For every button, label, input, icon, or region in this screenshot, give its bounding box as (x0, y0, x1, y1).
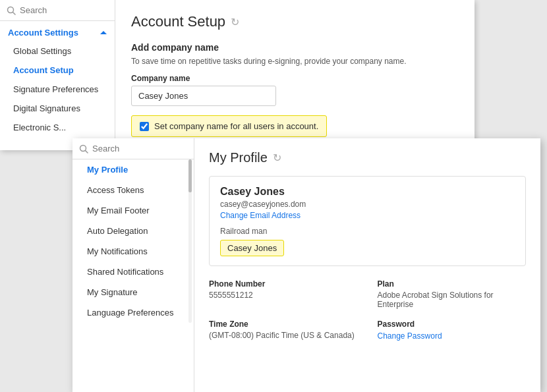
svg-line-3 (86, 150, 88, 153)
profile-name: Casey Jones (220, 186, 515, 198)
account-settings-label: Account Settings (8, 28, 78, 38)
my-profile-content: My Profile ↻ Casey Jones casey@caseyjone… (194, 138, 540, 392)
my-profile-sidebar: My Profile Access Tokens My Email Footer… (72, 138, 194, 392)
add-company-desc: To save time on repetitive tasks during … (131, 57, 459, 66)
sidebar-item-digital-signatures[interactable]: Digital Signatures (0, 99, 115, 118)
phone-block: Phone Number 5555551212 (209, 279, 358, 309)
plan-label: Plan (378, 279, 527, 289)
set-company-checkbox-row: Set company name for all users in accoun… (131, 115, 327, 137)
set-company-checkbox[interactable] (140, 122, 149, 131)
my-profile-title: My Profile ↻ (209, 150, 526, 165)
sidebar-item-auto-delegation[interactable]: Auto Delegation (72, 221, 194, 241)
profile-job-title: Railroad man (220, 227, 515, 236)
back-search-bar[interactable] (0, 0, 115, 21)
timezone-block: Time Zone (GMT-08:00) Pacific Time (US &… (209, 320, 358, 341)
timezone-value: (GMT-08:00) Pacific Time (US & Canada) (209, 331, 358, 340)
sidebar-scrollbar-thumb[interactable] (188, 159, 192, 192)
sidebar-item-global-settings[interactable]: Global Settings (0, 42, 115, 61)
front-search-bar[interactable] (72, 138, 194, 159)
change-password-link[interactable]: Change Password (378, 331, 442, 341)
phone-label: Phone Number (209, 279, 358, 289)
sidebar-item-my-email-footer[interactable]: My Email Footer (72, 200, 194, 221)
profile-card: Casey Jones casey@caseyjones.dom Change … (209, 176, 526, 266)
sidebar-item-shared-notifications[interactable]: Shared Notifications (72, 262, 194, 282)
timezone-label: Time Zone (209, 320, 358, 329)
refresh-icon[interactable]: ↻ (231, 16, 239, 28)
password-block: Password Change Password (378, 320, 527, 341)
front-search-icon (79, 144, 88, 154)
sidebar-item-electronic-s[interactable]: Electronic S... (0, 118, 115, 137)
company-name-label: Company name (131, 74, 459, 83)
plan-block: Plan Adobe Acrobat Sign Solutions for En… (378, 279, 527, 309)
profile-name-badge: Casey Jones (220, 240, 284, 256)
sidebar-scroll-area: My Profile Access Tokens My Email Footer… (72, 159, 194, 323)
profile-refresh-icon[interactable]: ↻ (273, 152, 281, 164)
back-search-input[interactable] (20, 5, 108, 15)
my-profile-panel: My Profile Access Tokens My Email Footer… (72, 138, 540, 392)
sidebar-item-signature-preferences[interactable]: Signature Preferences (0, 80, 115, 99)
account-setup-content: Account Setup ↻ Add company name To save… (115, 0, 475, 150)
account-settings-sidebar: Account Settings Global Settings Account… (0, 0, 115, 150)
sidebar-item-account-setup[interactable]: Account Setup (0, 61, 115, 80)
account-setup-title: Account Setup ↻ (131, 13, 459, 30)
sidebar-item-language-preferences[interactable]: Language Preferences (72, 302, 194, 323)
add-company-title: Add company name (131, 42, 459, 53)
account-settings-header: Account Settings (0, 21, 115, 42)
password-label: Password (378, 320, 527, 329)
profile-info-grid: Phone Number 5555551212 Plan Adobe Acrob… (209, 279, 526, 341)
plan-value: Adobe Acrobat Sign Solutions for Enterpr… (378, 291, 527, 309)
change-email-link[interactable]: Change Email Address (220, 211, 301, 220)
account-setup-panel: Account Settings Global Settings Account… (0, 0, 475, 150)
sidebar-item-my-signature[interactable]: My Signature (72, 282, 194, 302)
sidebar-item-my-profile[interactable]: My Profile (72, 159, 194, 180)
set-company-label: Set company name for all users in accoun… (154, 121, 318, 131)
chevron-up-icon (100, 31, 107, 34)
front-search-input[interactable] (92, 144, 187, 154)
search-icon (7, 6, 16, 15)
profile-email: casey@caseyjones.dom (220, 200, 515, 209)
svg-line-1 (13, 12, 16, 14)
sidebar-scrollbar[interactable] (188, 159, 192, 323)
sidebar-item-my-notifications[interactable]: My Notifications (72, 241, 194, 262)
company-name-input[interactable] (131, 86, 276, 106)
sidebar-item-access-tokens[interactable]: Access Tokens (72, 180, 194, 200)
phone-value: 5555551212 (209, 291, 358, 300)
